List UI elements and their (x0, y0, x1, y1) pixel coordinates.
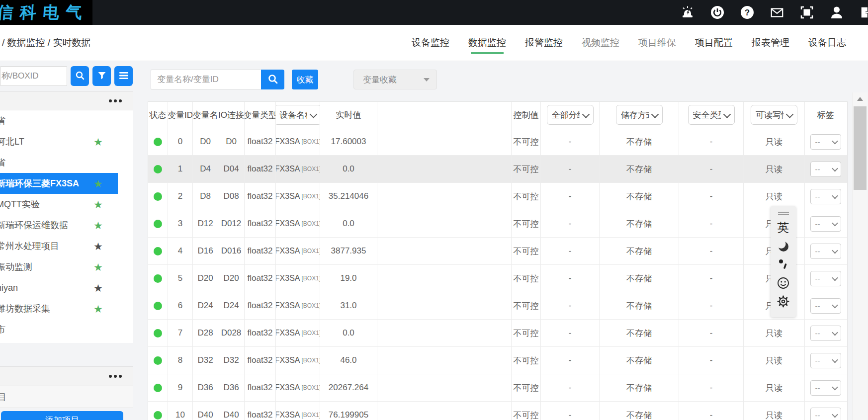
nav-tab[interactable]: 报表管理 (752, 25, 789, 61)
nav-tab[interactable]: 设备监控 (412, 25, 449, 61)
tag-select[interactable]: -- (810, 353, 841, 368)
fullscreen-icon[interactable] (799, 5, 814, 20)
add-project-button[interactable]: 添加项目 (1, 411, 123, 420)
table-row[interactable]: 9 D36 D36 float32 FX3SA [BOX1] 20267.264… (148, 374, 847, 402)
chevron-down-icon (582, 110, 590, 118)
project-list-item[interactable]: MQTT实验 ★ (0, 194, 118, 215)
project-list-item[interactable]: 省 ★ (0, 110, 118, 131)
table-row[interactable]: 6 D24 D24 float32 FX3SA [BOX1] 31.0 不可控 … (148, 292, 847, 320)
tag-select[interactable]: -- (810, 189, 841, 204)
user-icon[interactable] (829, 5, 844, 20)
box-id: [BOX1] (302, 193, 321, 200)
device-filter-select[interactable]: 设备名称 (276, 105, 320, 125)
table-row[interactable]: 10 D40 D40 float32 FX3SA [BOX1] 76.19990… (148, 402, 847, 420)
col-header-type: 变量类型 (245, 102, 276, 128)
project-list-item[interactable]: 振动监测 ★ (0, 256, 118, 277)
nav-tab[interactable]: 项目维保 (638, 25, 676, 61)
table-row[interactable]: 0 D0 D0 float32 FX3SA [BOX1] 17.60003 不可… (148, 128, 847, 156)
cell-status (148, 210, 168, 237)
mail-icon[interactable] (770, 5, 784, 20)
sidebar-more-bottom[interactable] (0, 366, 133, 386)
table-row[interactable]: 8 D32 D32 float32 FX3SA [BOX1] 46.0 不可控 … (148, 347, 847, 374)
project-list-item[interactable]: 市 ★ (0, 319, 118, 340)
tag-select[interactable]: -- (810, 298, 841, 314)
device-name: FX3SA (276, 274, 300, 283)
cell-blank (377, 320, 512, 346)
favorite-star-icon[interactable]: ★ (93, 241, 103, 252)
cell-group: - (541, 320, 600, 346)
chevron-down-icon (723, 110, 731, 118)
tag-select[interactable]: -- (810, 380, 841, 396)
table-row[interactable]: 4 D16 D016 float32 FX3SA [BOX1] 3877.935… (148, 238, 847, 265)
cell-storage: 不存储 (600, 347, 679, 374)
tag-select[interactable]: -- (810, 244, 841, 259)
box-id: [BOX1] (302, 138, 321, 145)
cell-group: - (541, 183, 600, 210)
chevron-down-icon (832, 302, 838, 308)
status-dot-icon (154, 356, 162, 365)
table-row[interactable]: 2 D8 D08 float32 FX3SA [BOX1] 35.214046 … (148, 183, 847, 210)
tag-select[interactable]: -- (810, 134, 841, 150)
nav-tab[interactable]: 视频监控 (582, 25, 619, 61)
storage-filter-select[interactable]: 储存方式 (616, 105, 663, 125)
rw-filter-select[interactable]: 可读写性 (751, 105, 797, 125)
project-list-item[interactable]: 河北LT ★ (0, 131, 118, 152)
variable-search-button[interactable] (261, 70, 284, 89)
favorite-star-icon[interactable]: ★ (93, 283, 103, 293)
alarm-icon[interactable] (680, 5, 695, 20)
table-row[interactable]: 1 D4 D04 float32 FX3SA [BOX1] 0.0 不可控 - … (148, 156, 847, 183)
tag-select[interactable]: -- (810, 271, 841, 286)
cell-name: D40 (193, 402, 218, 420)
project-list-item[interactable]: 新瑞环保运维数据 ★ (0, 215, 118, 236)
table-row[interactable]: 3 D12 D012 float32 FX3SA [BOX1] 0.0 不可控 … (148, 210, 847, 238)
variable-favorite-select[interactable]: 变量收藏 (353, 70, 437, 89)
project-list-item[interactable]: 常州水处理项目 ★ (0, 236, 118, 256)
group-filter-select[interactable]: 全部分组 (547, 105, 594, 125)
box-id: [BOX1] (302, 384, 321, 391)
nav-tab[interactable]: 项目配置 (695, 25, 733, 61)
language-toggle-button[interactable]: 英 (776, 221, 791, 235)
dark-mode-moon-icon[interactable] (776, 239, 791, 253)
punctuation-icon[interactable] (776, 257, 791, 271)
cell-value: 19.0 (320, 265, 377, 292)
tag-select[interactable]: -- (810, 216, 841, 232)
table-row[interactable]: 5 D20 D20 float32 FX3SA [BOX1] 19.0 不可控 … (148, 265, 847, 292)
project-item-label: 省 (0, 157, 5, 168)
gear-icon[interactable] (776, 294, 791, 308)
favorite-star-icon[interactable]: ★ (93, 220, 103, 231)
sidebar-bottom-item[interactable]: 目 (0, 386, 133, 408)
variable-search-input[interactable] (151, 70, 261, 89)
rw-filter-label: 可读写性 (756, 109, 783, 121)
project-list-item[interactable]: hiyan ★ (0, 277, 118, 298)
logout-icon[interactable] (859, 5, 868, 20)
project-list-item[interactable]: 省 ★ (0, 152, 118, 173)
cell-value: 76.199905 (320, 402, 377, 420)
nav-tab[interactable]: 数据监控 (468, 25, 506, 61)
tag-select[interactable]: -- (810, 326, 841, 341)
nav-tab[interactable]: 报警监控 (525, 25, 563, 61)
favorite-star-icon[interactable]: ★ (93, 199, 103, 210)
nav-tab-label: 项目维保 (638, 36, 676, 49)
vertical-scrollbar[interactable] (852, 92, 868, 420)
scrollbar-thumb[interactable] (854, 106, 867, 190)
project-list-item[interactable]: 新瑞环保三菱FX3SA ★ (0, 173, 118, 194)
security-filter-select[interactable]: 安全类型 (688, 105, 735, 125)
nav-tab[interactable]: 设备日志 (808, 25, 846, 61)
favorite-button[interactable]: 收藏 (292, 70, 318, 89)
favorite-star-icon[interactable]: ★ (93, 137, 103, 147)
favorite-star-icon[interactable]: ★ (93, 304, 103, 314)
nav-tab-label: 视频监控 (582, 36, 619, 49)
table-row[interactable]: 7 D28 D028 float32 FX3SA [BOX1] 0.0 不可控 … (148, 320, 847, 347)
favorite-star-icon[interactable]: ★ (93, 178, 103, 189)
power-icon[interactable] (710, 5, 725, 20)
smiley-icon[interactable] (776, 276, 791, 290)
drag-handle-icon[interactable] (778, 211, 789, 216)
scroll-up-arrow[interactable] (853, 92, 868, 105)
cell-status (148, 128, 168, 155)
tag-select[interactable]: -- (810, 162, 841, 177)
cell-status (148, 374, 168, 401)
project-list-item[interactable]: 潍坊数据采集 ★ (0, 298, 118, 319)
favorite-star-icon[interactable]: ★ (93, 262, 103, 272)
help-icon[interactable]: ? (740, 5, 755, 20)
tag-select[interactable]: -- (810, 408, 841, 420)
